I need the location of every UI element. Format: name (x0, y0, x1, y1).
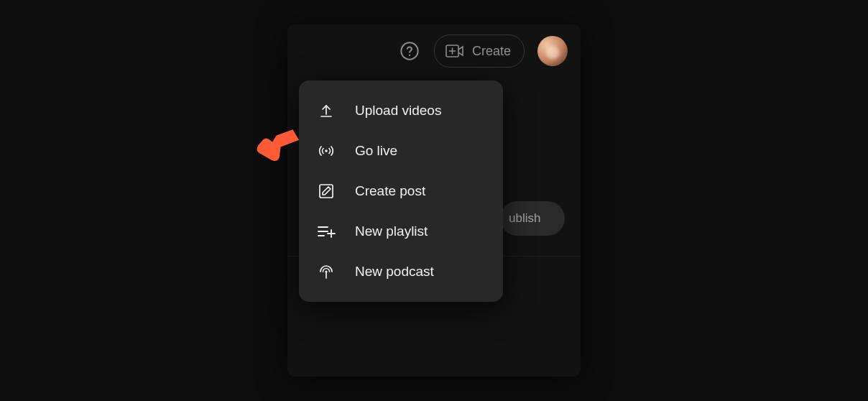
create-dropdown: Upload videos Go live Cre (299, 80, 503, 302)
header-bar: Create (287, 24, 581, 78)
pointer-annotation (253, 118, 306, 168)
create-button[interactable]: Create (434, 34, 525, 68)
create-video-icon (445, 41, 465, 61)
menu-item-label: Upload videos (355, 103, 441, 119)
avatar[interactable] (537, 36, 568, 66)
menu-item-new-podcast[interactable]: New podcast (299, 252, 503, 292)
compose-icon (316, 181, 336, 201)
publish-button-obscured[interactable]: ublish (500, 201, 565, 236)
live-icon (316, 141, 336, 161)
menu-item-label: New playlist (355, 223, 428, 239)
podcast-icon (316, 262, 336, 282)
menu-item-create-post[interactable]: Create post (299, 171, 503, 211)
menu-item-go-live[interactable]: Go live (299, 131, 503, 171)
menu-item-label: Go live (355, 143, 397, 159)
playlist-add-icon (316, 221, 336, 241)
panel-card: ublish Create (287, 24, 581, 377)
help-icon (400, 41, 420, 61)
svg-point-3 (325, 149, 328, 152)
publish-label: ublish (509, 211, 540, 225)
svg-point-1 (409, 55, 410, 56)
menu-item-upload-videos[interactable]: Upload videos (299, 91, 503, 131)
create-button-label: Create (472, 44, 511, 59)
upload-icon (316, 101, 336, 121)
svg-rect-4 (320, 185, 333, 198)
help-button[interactable] (398, 40, 421, 63)
menu-item-label: Create post (355, 183, 425, 199)
menu-item-label: New podcast (355, 264, 434, 280)
menu-item-new-playlist[interactable]: New playlist (299, 211, 503, 252)
